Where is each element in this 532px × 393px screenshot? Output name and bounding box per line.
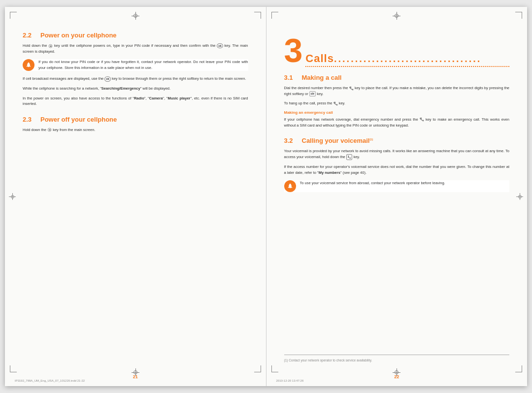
bell-icon-2 bbox=[287, 183, 294, 190]
page-right: 3 Calls.................................… bbox=[266, 7, 528, 386]
section-3-2-body1: Your voicemail is provided by your netwo… bbox=[284, 148, 510, 160]
section-3-2-number: 3.2 bbox=[284, 137, 298, 144]
top-crosshair-left bbox=[132, 12, 139, 20]
top-crosshair-right bbox=[393, 12, 400, 20]
power-key-icon: ⏻ bbox=[48, 44, 53, 48]
section-3-1-heading: 3.1 Making a call bbox=[284, 74, 510, 81]
section-2-2-heading: 2.2 Power on your cellphone bbox=[23, 32, 248, 39]
page-left: 2.2 Power on your cellphone Hold down th… bbox=[5, 7, 266, 386]
corner-bl bbox=[10, 365, 17, 372]
svg-text:⏻: ⏻ bbox=[50, 45, 52, 47]
corner-br bbox=[254, 365, 261, 372]
corner-tr bbox=[254, 12, 261, 19]
info-icon-3-2 bbox=[284, 180, 296, 192]
section-2-3-title: Power off your cellphone bbox=[40, 116, 117, 123]
book-spread: 2.2 Power on your cellphone Hold down th… bbox=[5, 7, 527, 386]
corner-br-right bbox=[515, 365, 522, 372]
section-2-2-body2: If cell broadcast messages are displayed… bbox=[23, 76, 248, 82]
bottom-crosshair-right bbox=[393, 368, 400, 376]
right-content: 3 Calls.................................… bbox=[284, 22, 510, 192]
section-3-2-body2: If the access number for your operator's… bbox=[284, 164, 510, 175]
section-3-2-heading: 3.2 Calling your voicemail(1) bbox=[284, 137, 510, 144]
bottom-crosshair-left bbox=[132, 368, 139, 376]
section-3-1-body1: Dial the desired number then press the k… bbox=[284, 85, 510, 97]
section-2-2-title: Power on your cellphone bbox=[40, 32, 117, 39]
bell-icon bbox=[25, 62, 32, 68]
section-3-1-body2: To hang up the call, press the key. bbox=[284, 100, 510, 106]
section-2-3-body: Hold down the ⏻ key from the main screen… bbox=[23, 127, 248, 133]
section-2-2-body3: While the cellphone is searching for a n… bbox=[23, 86, 248, 92]
section-2-2-body1: Hold down the ⏻ key until the cellphone … bbox=[23, 43, 248, 54]
ok-key-2: ok bbox=[104, 76, 110, 82]
footer-left-text: IP3192_799A_UM_Eng_USA_07_101220.indd 21… bbox=[15, 379, 85, 382]
ok-key-1: ok bbox=[217, 43, 223, 49]
corner-tl bbox=[10, 12, 17, 19]
section-2-2-body4: In the power on screen, you also have ac… bbox=[23, 96, 248, 107]
corner-tr-right bbox=[515, 12, 522, 19]
info-box-3-2-text: To use your voicemail service from abroa… bbox=[300, 180, 445, 186]
info-box-2-2-text: If you do not know your PIN code or if y… bbox=[38, 59, 248, 70]
chapter-heading: 3 Calls.................................… bbox=[284, 33, 510, 67]
clr-key: clr bbox=[309, 91, 316, 96]
footer-right-text: 2010-12-20 13:47:26 bbox=[276, 379, 304, 382]
info-icon-2-2 bbox=[23, 59, 34, 71]
corner-tl-right bbox=[271, 12, 278, 19]
chapter-number: 3 bbox=[284, 33, 303, 67]
corner-bl-right bbox=[271, 365, 278, 372]
emergency-call-icon bbox=[420, 117, 424, 122]
section-3-1-title: Making a call bbox=[302, 74, 342, 81]
side-crosshair-left bbox=[9, 193, 16, 200]
footnote-text: (1) Contact your network operator to che… bbox=[284, 358, 510, 362]
section-2-3-number: 2.3 bbox=[23, 116, 36, 123]
section-3-2-superscript: (1) bbox=[370, 138, 373, 141]
section-3-1-body3: If your cellphone has network coverage, … bbox=[284, 117, 510, 128]
side-crosshair-right bbox=[516, 193, 523, 200]
section-2-3-heading: 2.3 Power off your cellphone bbox=[23, 116, 248, 123]
info-box-3-2: To use your voicemail service from abroa… bbox=[284, 180, 510, 192]
svg-text:⏻: ⏻ bbox=[49, 129, 51, 131]
emergency-heading: Making an emergency call bbox=[284, 110, 510, 115]
info-box-2-2: If you do not know your PIN code or if y… bbox=[23, 59, 248, 71]
call-key-icon bbox=[349, 86, 354, 91]
hangup-key-icon bbox=[333, 101, 338, 106]
footnote-area: (1) Contact your network operator to che… bbox=[284, 355, 510, 362]
left-content: 2.2 Power on your cellphone Hold down th… bbox=[23, 22, 248, 132]
section-3-2-title: Calling your voicemail(1) bbox=[302, 137, 373, 144]
footer-right: 2010-12-20 13:47:26 bbox=[276, 379, 518, 382]
voicemail-key: 1w bbox=[346, 154, 352, 160]
section-2-2-number: 2.2 bbox=[23, 32, 36, 39]
power-key-icon-2: ⏻ bbox=[47, 128, 52, 132]
footer-left: IP3192_799A_UM_Eng_USA_07_101220.indd 21… bbox=[15, 379, 256, 382]
chapter-title: Calls................................... bbox=[305, 52, 509, 67]
section-3-1-number: 3.1 bbox=[284, 74, 298, 81]
